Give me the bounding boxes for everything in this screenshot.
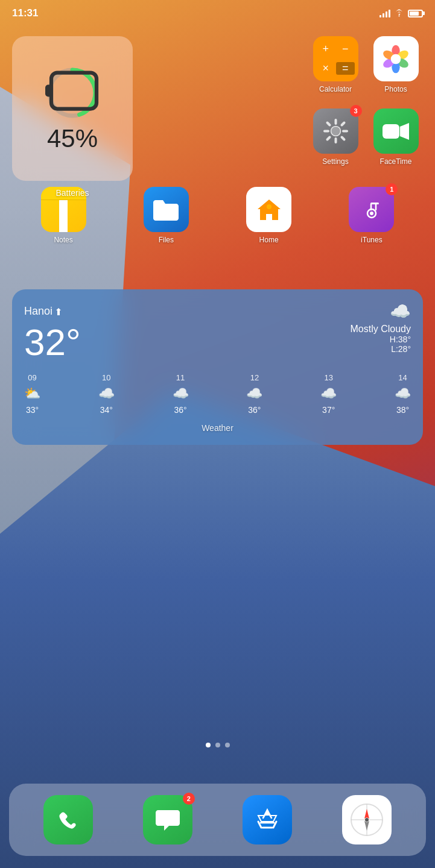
app-calculator[interactable]: + − × = Calculator: [308, 36, 363, 102]
status-time: 11:31: [12, 7, 38, 19]
messages-icon: 2: [143, 795, 192, 844]
facetime-svg: [382, 122, 410, 141]
svg-marker-22: [400, 123, 409, 140]
weather-cloud-10: ☁️: [98, 386, 115, 401]
signal-bars-icon: [379, 9, 390, 17]
settings-gear-svg: [322, 118, 349, 145]
weather-temp-14: 38°: [396, 405, 409, 415]
weather-temp-12: 36°: [248, 405, 261, 415]
weather-temp-11: 36°: [174, 405, 187, 415]
svg-line-19: [341, 123, 344, 125]
weather-time-14: 14: [398, 373, 407, 382]
page-dots: [0, 743, 435, 747]
weather-main-row: 32° Mostly Cloudy H:38° L:28°: [24, 324, 411, 361]
app-home[interactable]: Home: [246, 187, 291, 244]
appstore-svg: [252, 805, 282, 835]
svg-rect-21: [383, 124, 399, 139]
phone-icon: [43, 795, 93, 844]
svg-line-18: [341, 137, 344, 140]
svg-point-12: [331, 127, 340, 136]
page-dot-1[interactable]: [206, 743, 211, 747]
dock: 2: [9, 784, 426, 856]
weather-hour-10: 10 ☁️ 34°: [98, 373, 115, 415]
home-icon: [246, 187, 291, 232]
svg-point-26: [370, 212, 373, 215]
settings-label: Settings: [322, 157, 348, 166]
facetime-icon: [373, 108, 419, 154]
weather-widget[interactable]: Hanoi ☁️ 32° Mostly Cloudy H:38° L:28° 0…: [12, 289, 423, 445]
appstore-icon: [243, 795, 292, 844]
dock-app-appstore[interactable]: [243, 795, 292, 844]
weather-time-13: 13: [324, 373, 332, 382]
home-label: Home: [259, 236, 279, 244]
app-settings[interactable]: 3 Settings: [308, 108, 363, 175]
weather-high: H:38°: [351, 335, 411, 344]
svg-line-17: [327, 123, 329, 125]
messages-svg: [153, 805, 182, 834]
weather-cloud-11: ☁️: [173, 386, 189, 401]
battery-ring: [45, 66, 100, 120]
weather-time-12: 12: [250, 373, 259, 382]
svg-line-20: [327, 137, 329, 140]
svg-rect-3: [51, 73, 97, 109]
itunes-label: iTunes: [361, 236, 383, 244]
battery-ring-icon: [45, 64, 100, 122]
svg-rect-4: [45, 85, 53, 97]
battery-percent: 45%: [47, 126, 98, 151]
settings-badge: 3: [350, 105, 362, 117]
facetime-label: FaceTime: [380, 157, 412, 166]
weather-desc: Mostly Cloudy H:38° L:28°: [351, 324, 411, 354]
weather-low: L:28°: [351, 344, 411, 354]
itunes-svg: [358, 197, 385, 223]
home-svg: [255, 196, 283, 224]
page-dot-2[interactable]: [215, 743, 220, 747]
status-bar: 11:31: [0, 0, 435, 27]
calculator-label: Calculator: [319, 85, 352, 93]
weather-city-row: Hanoi ☁️: [24, 301, 411, 321]
settings-icon: 3: [313, 108, 358, 154]
itunes-icon: 1: [349, 187, 394, 232]
weather-cloud-large: ☁️: [390, 301, 411, 321]
weather-hour-11: 11 ☁️ 36°: [173, 373, 189, 415]
safari-svg: [349, 802, 385, 838]
app-facetime[interactable]: FaceTime: [369, 108, 423, 175]
weather-city: Hanoi: [24, 305, 62, 318]
calculator-icon: + − × =: [313, 36, 358, 81]
itunes-badge: 1: [386, 183, 398, 195]
phone-svg: [55, 807, 81, 833]
photos-label: Photos: [384, 85, 407, 93]
wifi-icon: [394, 8, 404, 19]
svg-marker-23: [258, 200, 281, 220]
weather-hour-12: 12 ☁️ 36°: [246, 373, 262, 415]
files-folder-svg: [152, 198, 180, 222]
app-files[interactable]: Files: [144, 187, 189, 244]
app-photos[interactable]: Photos: [369, 36, 423, 102]
weather-hour-14: 14 ☁️ 38°: [395, 373, 411, 415]
weather-cloud-09: ⛅: [24, 386, 40, 401]
weather-hourly: 09 ⛅ 33° 10 ☁️ 34° 11 ☁️ 36° 12 ☁️ 36° 1…: [24, 373, 411, 415]
dock-app-phone[interactable]: [43, 795, 93, 844]
weather-cloud-14: ☁️: [395, 386, 411, 401]
svg-point-40: [365, 818, 369, 822]
safari-icon: [342, 795, 392, 844]
dock-app-safari[interactable]: [342, 795, 392, 844]
batteries-widget[interactable]: 45% Batteries: [12, 36, 133, 181]
notes-label: Notes: [54, 236, 72, 244]
weather-temp-09: 33°: [26, 405, 39, 415]
dock-app-messages[interactable]: 2: [143, 795, 192, 844]
weather-time-09: 09: [28, 373, 36, 382]
messages-badge: 2: [183, 793, 195, 805]
photos-flower-svg: [381, 44, 411, 74]
page-dot-3[interactable]: [225, 743, 230, 747]
status-icons: [379, 8, 423, 19]
svg-point-0: [399, 15, 400, 16]
weather-temp: 32°: [24, 324, 81, 361]
weather-condition: Mostly Cloudy: [351, 324, 411, 335]
svg-marker-30: [56, 308, 61, 315]
app-itunes[interactable]: 1 iTunes: [349, 187, 394, 244]
files-label: Files: [159, 236, 174, 244]
photos-icon: [373, 36, 419, 81]
weather-time-11: 11: [176, 373, 185, 382]
weather-label: Weather: [24, 423, 411, 433]
weather-hour-09: 09 ⛅ 33°: [24, 373, 40, 415]
